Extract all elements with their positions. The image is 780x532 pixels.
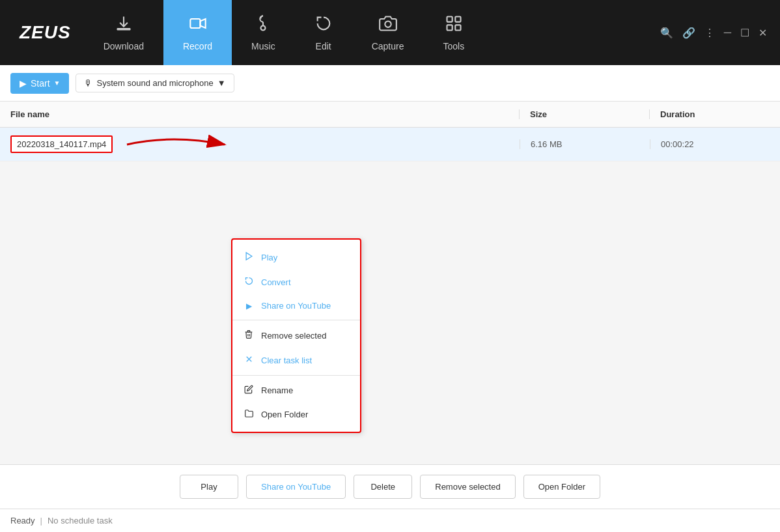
svg-rect-6 (455, 16, 460, 21)
audio-selector[interactable]: 🎙 System sound and microphone ▼ (76, 74, 234, 92)
svg-rect-5 (447, 16, 452, 21)
menu-play-label: Play (261, 253, 277, 262)
tools-icon (445, 14, 463, 37)
col-duration: Duration (650, 109, 780, 119)
empty-table-area (0, 161, 780, 464)
share-button[interactable]: 🔗 (682, 27, 695, 39)
toolbar: ▶ Start ▼ 🎙 System sound and microphone … (0, 65, 780, 102)
filename-value: 20220318_140117.mp4 (10, 135, 113, 153)
nav-tools[interactable]: Tools (423, 0, 484, 65)
start-play-icon: ▶ (20, 78, 27, 89)
svg-rect-1 (190, 19, 200, 28)
menu-remove-selected-label: Remove selected (261, 331, 326, 341)
youtube-menu-icon: ▶ (243, 301, 255, 311)
window-controls: 🔍 🔗 ⋮ ─ ☐ ✕ (660, 27, 773, 39)
menu-remove-selected[interactable]: Remove selected (232, 323, 360, 348)
svg-rect-11 (247, 331, 250, 332)
svg-rect-0 (117, 28, 130, 31)
navbar: ZEUS Download Record (0, 0, 780, 65)
context-menu: Play Convert ▶ Share on YouTube Remove s… (231, 238, 361, 433)
menu-play[interactable]: Play (232, 245, 360, 270)
svg-rect-7 (447, 25, 452, 30)
audio-icon: 🎙 (84, 78, 92, 88)
svg-marker-10 (246, 253, 252, 260)
menu-share-youtube[interactable]: ▶ Share on YouTube (232, 294, 360, 317)
task-info: No schedule task (48, 516, 113, 525)
nav-items: Download Record Music (84, 0, 484, 65)
start-button[interactable]: ▶ Start ▼ (10, 73, 69, 94)
svg-point-2 (261, 25, 266, 30)
filename-cell: 20220318_140117.mp4 (0, 135, 520, 153)
search-button[interactable]: 🔍 (660, 27, 673, 39)
more-button[interactable]: ⋮ (704, 27, 715, 39)
size-cell: 6.16 MB (520, 139, 650, 149)
file-table: File name Size Duration 20220318_140117.… (0, 102, 780, 464)
col-size: Size (520, 109, 650, 119)
menu-open-folder-label: Open Folder (261, 410, 308, 419)
menu-convert[interactable]: Convert (232, 270, 360, 294)
capture-icon (379, 14, 397, 37)
folder-menu-icon (243, 409, 255, 420)
download-icon (115, 14, 133, 37)
audio-dropdown-icon: ▼ (217, 78, 226, 88)
duration-cell: 00:00:22 (650, 139, 780, 149)
bottom-remove-selected-button[interactable]: Remove selected (420, 475, 515, 499)
bottom-delete-button[interactable]: Delete (354, 475, 412, 499)
nav-tools-label: Tools (443, 41, 464, 51)
svg-point-4 (385, 21, 391, 27)
bottom-bar: Play Share on YouTube Delete Remove sele… (0, 464, 780, 509)
trash-menu-icon (243, 329, 255, 341)
app-logo: ZEUS (7, 22, 84, 43)
menu-convert-label: Convert (261, 277, 291, 287)
close-button[interactable]: ✕ (759, 27, 767, 39)
record-icon (189, 14, 207, 37)
nav-download-label: Download (104, 41, 144, 51)
nav-edit[interactable]: Edit (295, 0, 352, 65)
convert-menu-icon (243, 276, 255, 288)
nav-edit-label: Edit (316, 41, 331, 51)
minimize-button[interactable]: ─ (724, 27, 731, 38)
menu-divider-1 (232, 320, 360, 320)
start-dropdown-icon: ▼ (54, 79, 61, 87)
menu-clear-task-label: Clear task list (261, 356, 312, 365)
nav-capture-label: Capture (372, 41, 404, 51)
table-header: File name Size Duration (0, 102, 780, 128)
menu-rename[interactable]: Rename (232, 378, 360, 402)
status-text: Ready (10, 516, 35, 525)
menu-divider-2 (232, 375, 360, 376)
bottom-open-folder-button[interactable]: Open Folder (523, 475, 600, 499)
play-menu-icon (243, 251, 255, 263)
svg-rect-8 (455, 25, 460, 30)
status-bar: Ready | No schedule task (0, 509, 780, 532)
clear-task-icon (243, 354, 255, 366)
col-filename: File name (0, 109, 520, 119)
audio-label: System sound and microphone (96, 78, 213, 88)
status-divider: | (40, 516, 42, 525)
bottom-play-button[interactable]: Play (180, 475, 238, 499)
nav-capture[interactable]: Capture (352, 0, 424, 65)
menu-open-folder[interactable]: Open Folder (232, 402, 360, 427)
table-row[interactable]: 20220318_140117.mp4 6.16 MB 00:00:22 (0, 128, 780, 161)
maximize-button[interactable]: ☐ (740, 27, 749, 39)
nav-music-label: Music (251, 41, 275, 51)
menu-clear-task[interactable]: Clear task list (232, 348, 360, 372)
nav-record[interactable]: Record (163, 0, 232, 65)
menu-share-youtube-label: Share on YouTube (261, 301, 331, 311)
nav-music[interactable]: Music (232, 0, 295, 65)
edit-icon (314, 14, 333, 37)
music-icon (254, 14, 272, 37)
rename-menu-icon (243, 385, 255, 396)
nav-record-label: Record (183, 41, 212, 51)
menu-rename-label: Rename (261, 385, 293, 395)
nav-download[interactable]: Download (84, 0, 163, 65)
start-label: Start (31, 78, 50, 89)
bottom-share-youtube-button[interactable]: Share on YouTube (246, 475, 346, 499)
